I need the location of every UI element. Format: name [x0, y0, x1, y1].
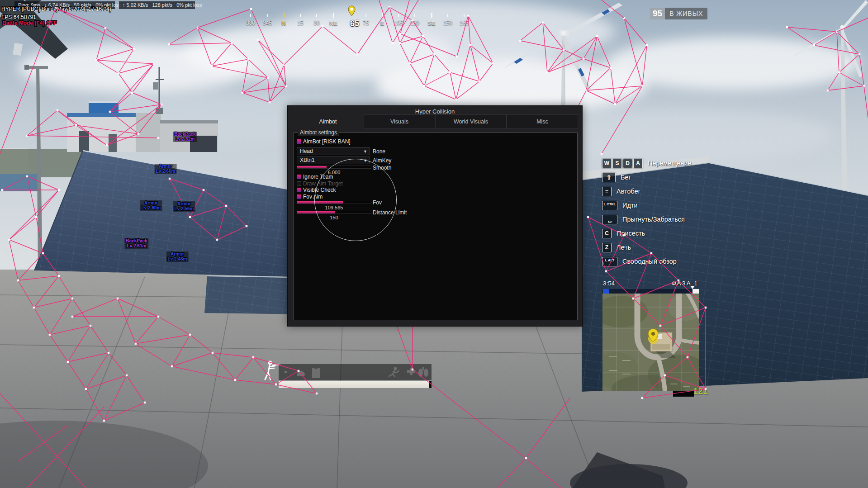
phase-progress-fill — [603, 289, 609, 294]
key-cap: ␣ — [602, 215, 617, 224]
keybind-row: L ALTСвободный обзор — [602, 256, 692, 266]
compass-tick — [431, 13, 432, 18]
compass-heading: 65 — [350, 19, 359, 28]
keybind-row: =Автобег — [602, 186, 692, 196]
keybind-label: Лечь — [617, 244, 631, 251]
key-cap: W — [602, 159, 612, 168]
keybind-row: L CTRLИдти — [602, 200, 692, 210]
ammo-count: 121 — [693, 387, 708, 396]
fov-circle — [314, 159, 397, 241]
key-cap: S — [612, 159, 622, 168]
alive-counter: 95 В ЖИВЫХ — [650, 8, 707, 19]
vest-icon — [312, 368, 320, 378]
keybind-row: WSDAПеремещение — [602, 158, 692, 168]
keybind-label: Идти — [622, 202, 638, 209]
keybind-row: CПрисесть — [602, 228, 692, 238]
keybind-label: Присесть — [617, 230, 645, 237]
compass-tick-label: 15 — [297, 20, 303, 26]
visible-check-checkbox[interactable] — [297, 188, 301, 192]
boost-icon — [418, 367, 428, 377]
health-bar-fill — [279, 381, 429, 388]
ammo-bar — [673, 391, 694, 397]
minimap-panel: 3:54 ФАЗА 1 — [602, 279, 699, 391]
compass-tick-label: 30 — [313, 20, 319, 26]
battle-mode-status: Battle Mode [F4] OFF — [2, 20, 57, 26]
compass-tick — [398, 14, 399, 17]
compass-tick — [267, 14, 268, 17]
key-cap: ⇧ — [602, 173, 616, 182]
keybind-row: ⇧Бег — [602, 172, 692, 182]
key-cap: C — [602, 229, 612, 238]
compass-tick-label: 105 — [394, 20, 403, 26]
compass-tick-label: 165 — [460, 20, 469, 26]
player-stance-icon — [261, 359, 280, 382]
aimbot-master-label: AimBot [RISK BAN] — [303, 138, 351, 145]
compass-tick — [333, 13, 334, 18]
waypoint-pin-icon — [348, 5, 356, 16]
ignore-team-checkbox[interactable] — [297, 175, 301, 179]
bone-dropdown-value: Head — [300, 148, 313, 154]
keybind-row: ZЛечь — [602, 242, 692, 252]
phase-progress-bar — [602, 289, 699, 294]
network-stats-upload: ↑ 5,02 KB/s 128 pkt/s 0% pkt loss — [119, 1, 195, 9]
dot-icon — [285, 371, 287, 373]
keybind-label: Свободный обзор — [622, 258, 677, 265]
key-cap: A — [633, 159, 643, 168]
key-cap: L ALT — [602, 257, 617, 266]
keybind-label: Перемещение — [648, 160, 692, 167]
key-cap: Z — [602, 243, 612, 252]
compass-tick — [365, 14, 366, 17]
compass-tick-label: N — [281, 20, 285, 27]
compass-tick — [464, 14, 465, 17]
draw-aim-target-checkbox[interactable] — [297, 181, 301, 186]
keybind-label: Автобег — [617, 188, 640, 195]
key-cap: = — [602, 187, 612, 196]
compass-tick — [316, 14, 317, 17]
compass-tick-label: E — [380, 20, 384, 27]
tab-misc[interactable]: Misc — [507, 114, 578, 129]
tab-visuals[interactable]: Visuals — [364, 114, 435, 129]
aimkey-label: AimKey — [373, 157, 391, 164]
keybind-label: Бег — [621, 174, 631, 181]
helmet-icon — [297, 371, 305, 376]
phase-progress-end — [693, 289, 699, 294]
compass-tick-label: 330 — [246, 20, 255, 26]
bone-dropdown[interactable]: Head ▼ — [297, 147, 370, 155]
fps-counter: FPS 64.58791 — [1, 14, 36, 20]
compass-tick-label: SE — [427, 20, 435, 27]
keybind-help: WSDAПеремещение⇧Бег=АвтобегL CTRLИдти␣Пр… — [602, 158, 692, 270]
key-cap: D — [623, 159, 632, 168]
alive-count: 95 — [650, 8, 665, 19]
health-bar — [279, 381, 432, 388]
fov-aim-checkbox[interactable] — [297, 194, 301, 199]
aimkey-dropdown-value: XBtn1 — [300, 157, 315, 163]
group-label: Aimbot settings — [298, 129, 339, 136]
compass-tick-label: 120 — [410, 20, 419, 26]
compass-tick-label: NE — [329, 20, 337, 27]
tab-aimbot[interactable]: Aimbot — [292, 114, 364, 129]
compass-tick — [300, 14, 301, 17]
medkit-icon — [407, 368, 415, 375]
compass-tick — [382, 13, 383, 18]
compass-tick-label: 150 — [443, 20, 452, 26]
keybind-label: Прыгнуть/Забраться — [622, 216, 685, 223]
compass-tick-label: 345 — [263, 20, 272, 26]
compass-tick — [250, 14, 251, 17]
minimap[interactable] — [602, 294, 699, 391]
quickslot-icons — [279, 364, 432, 380]
chevron-down-icon[interactable]: ▼ — [363, 148, 367, 155]
compass-tick-label: 75 — [363, 20, 369, 26]
runner-icon — [389, 367, 399, 377]
compass-tick — [283, 13, 285, 18]
menu-title: Hyper Collision — [288, 108, 582, 115]
bone-label: Bone — [373, 148, 385, 155]
compass-tick — [447, 14, 448, 17]
phase-timer: 3:54 — [603, 280, 615, 287]
phase-marker-icon — [690, 286, 695, 289]
compass-tick — [414, 14, 415, 17]
key-cap: L CTRL — [602, 201, 617, 210]
alive-label: В ЖИВЫХ — [665, 8, 707, 19]
build-info-text: HYPER [PUBG] Build (May 8 2024, 17:16:04… — [1, 6, 111, 12]
aimbot-master-checkbox[interactable] — [297, 139, 301, 144]
tab-world-visuals[interactable]: World Visuals — [435, 114, 507, 129]
